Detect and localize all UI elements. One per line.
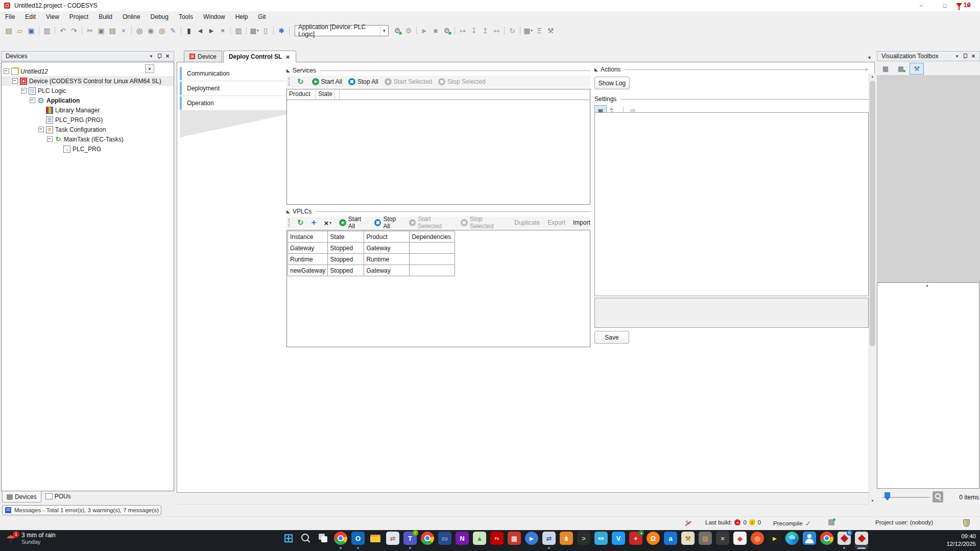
vplc-column-header[interactable]: Instance <box>288 231 328 243</box>
pin-icon[interactable] <box>155 53 163 60</box>
viz-item-list[interactable] <box>877 282 979 489</box>
taskbar-icon[interactable]: ► <box>525 532 538 549</box>
watch-icon[interactable]: Ξ <box>534 26 544 36</box>
tree-item[interactable]: Device (CODESYS Control for Linux ARM64 … <box>2 76 174 86</box>
taskbar-icon[interactable] <box>855 532 868 549</box>
vplc-refresh-button[interactable] <box>297 218 306 227</box>
minimize-button[interactable] <box>910 0 933 11</box>
taskbar-icon[interactable]: ▦ <box>508 532 521 549</box>
next-bookmark-icon[interactable]: ► <box>206 26 217 36</box>
find-replace-icon[interactable]: ◎ <box>157 26 167 36</box>
single-cycle-icon[interactable]: ↻ <box>507 26 517 36</box>
taskbar-icon[interactable] <box>820 532 833 549</box>
toolbar-icon[interactable] <box>181 27 181 35</box>
services-table[interactable]: ProductState <box>286 89 590 205</box>
vplc-delete-button[interactable] <box>324 219 333 227</box>
toolbar-icon[interactable] <box>55 27 55 35</box>
menu-item[interactable]: Online <box>117 11 146 23</box>
scroll-down-icon[interactable]: ▼ <box>870 498 875 504</box>
taskbar-icon[interactable]: ⊞ <box>282 532 295 549</box>
online-config-icon[interactable]: ⚙ <box>442 26 452 36</box>
tree-item[interactable]: Library Manager <box>2 105 174 115</box>
tree-expander-icon[interactable] <box>21 88 27 93</box>
menu-item[interactable]: Git <box>253 11 271 23</box>
vplc-row[interactable]: newGateway Stopped Gateway <box>288 265 455 276</box>
taskbar-icon[interactable]: ► <box>768 532 781 549</box>
vplc-import-button[interactable]: Import <box>571 219 590 226</box>
clear-bookmarks-icon[interactable]: × <box>218 26 228 36</box>
toolbar-icon[interactable] <box>39 27 39 35</box>
taskbar-icon[interactable]: IDE <box>594 532 608 549</box>
settings-property-grid[interactable] <box>594 112 869 296</box>
editor-tab[interactable]: Device <box>184 51 222 62</box>
toolbar-icon[interactable] <box>520 27 520 35</box>
cut-icon[interactable]: ✂ <box>85 26 95 36</box>
menu-item[interactable]: Project <box>64 11 93 23</box>
bookmark-icon[interactable]: ▮ <box>184 26 194 36</box>
menu-item[interactable]: Debug <box>146 11 174 23</box>
save-icon[interactable]: ▣ <box>26 26 36 36</box>
taskbar-icon[interactable]: Ω <box>647 532 660 549</box>
taskbar-icon[interactable] <box>369 532 382 549</box>
taskbar-icon[interactable]: ⇄ <box>386 532 399 549</box>
subnav-item[interactable]: Deployment <box>180 81 286 96</box>
save-button[interactable]: Save <box>594 331 629 344</box>
toolbar-icon[interactable] <box>289 27 290 35</box>
vplc-row[interactable]: Runtime Stopped Runtime <box>288 254 455 265</box>
taskbar-icon[interactable]: T ✓ <box>403 532 417 549</box>
collapse-triangle-icon[interactable] <box>286 210 290 213</box>
build-icon[interactable]: ▦ <box>523 26 533 36</box>
login-icon[interactable]: ⚙ <box>392 26 402 36</box>
tools-icon[interactable]: ⚒ <box>545 26 556 36</box>
toolbar-icon[interactable] <box>504 27 505 35</box>
vplc-duplicate-button[interactable]: Duplicate <box>512 219 540 226</box>
close-tab-icon[interactable] <box>284 53 291 61</box>
pin-icon[interactable] <box>961 53 969 60</box>
taskbar-icon[interactable]: ⚒ <box>681 532 695 549</box>
taskbar-icon[interactable]: a <box>664 532 677 549</box>
taskbar-icon[interactable] <box>299 532 313 549</box>
menu-item[interactable]: File <box>0 11 20 23</box>
page-setup-icon[interactable]: ▯ <box>260 26 271 36</box>
step-into-icon[interactable]: ↧ <box>469 26 479 36</box>
collapse-triangle-icon[interactable] <box>286 69 290 73</box>
tree-item[interactable]: PLC_PRG <box>2 144 174 154</box>
services-stop-all-button[interactable]: Stop All <box>348 78 378 85</box>
replace-icon[interactable]: ✎ <box>168 26 178 36</box>
taskbar-icon[interactable] <box>334 532 347 549</box>
viz-scroll-up-icon[interactable]: ▲ <box>925 283 929 287</box>
close-panel-icon[interactable] <box>163 53 172 60</box>
taskbar-icon[interactable]: × <box>716 532 729 549</box>
copy-icon[interactable]: ▣ <box>96 26 106 36</box>
taskbar-icon[interactable]: N <box>456 532 469 549</box>
run-icon[interactable]: ► <box>419 26 429 36</box>
menu-item[interactable]: Edit <box>20 11 41 23</box>
vplc-column-header[interactable]: Product <box>364 231 410 243</box>
delete-icon[interactable]: × <box>118 26 129 36</box>
menu-item[interactable]: Help <box>230 11 253 23</box>
panel-bottom-tab[interactable]: Devices <box>2 491 41 502</box>
tree-expander-icon[interactable] <box>30 98 35 103</box>
panel-bottom-tab[interactable]: POUs <box>41 491 75 501</box>
show-log-button[interactable]: Show Log <box>594 77 630 89</box>
taskbar-icon[interactable] <box>803 532 816 549</box>
insert-element-icon[interactable]: ▦ <box>249 26 259 36</box>
notification-area[interactable]: 10 <box>956 1 971 9</box>
find-icon[interactable]: ◎ <box>134 26 145 36</box>
clipboard-icon[interactable]: ▥ <box>233 26 244 36</box>
magnifier-icon[interactable] <box>933 491 943 502</box>
subnav-item[interactable]: Operation <box>180 96 286 111</box>
vplc-stop-all-button[interactable]: Stop All <box>374 215 403 230</box>
vplc-column-header[interactable]: Dependencies <box>410 231 455 243</box>
taskbar-icon[interactable] <box>421 532 434 549</box>
toolbar-icon[interactable] <box>131 27 132 35</box>
active-application-selector[interactable]: Application [Device: PLC Logic] <box>295 25 389 36</box>
maximize-button[interactable] <box>933 0 957 11</box>
grid-active-view-icon[interactable]: ▦ <box>894 63 907 74</box>
taskbar-icon[interactable]: ◎ <box>751 532 764 549</box>
panel-menu-icon[interactable] <box>147 53 155 60</box>
tree-expander-icon[interactable] <box>4 68 9 74</box>
taskbar-icon[interactable]: ↻ <box>838 532 851 549</box>
redo-icon[interactable]: ↷ <box>69 26 79 36</box>
vplc-export-button[interactable]: Export <box>545 219 565 226</box>
